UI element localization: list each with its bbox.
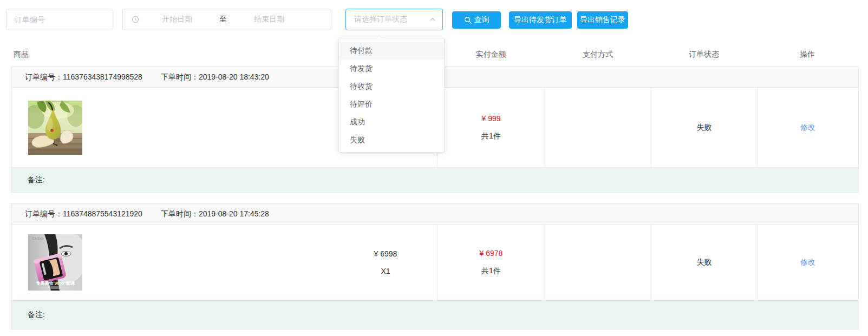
export-pending-orders-button[interactable]: 导出待发货订单 xyxy=(509,11,572,29)
paid-amount-value: ¥ 6978 xyxy=(480,249,503,258)
start-date-placeholder[interactable]: 开始日期 xyxy=(139,15,215,24)
export-pending-orders-label: 导出待发货订单 xyxy=(514,15,567,25)
search-button-label: 查询 xyxy=(474,15,490,25)
dropdown-option-pending-review[interactable]: 待评价 xyxy=(339,95,444,113)
search-button[interactable]: 查询 xyxy=(452,11,501,29)
export-sales-records-button[interactable]: 导出销售记录 xyxy=(577,11,628,29)
action-cell: 修改 xyxy=(757,225,858,300)
order-number-value: 1163748875543121920 xyxy=(63,209,142,218)
export-sales-records-label: 导出销售记录 xyxy=(580,15,625,25)
clock-icon xyxy=(132,16,139,23)
order-status-select[interactable]: 请选择订单状态 xyxy=(345,9,443,30)
order-block: 订单编号：1163748875543121920 下单时间：2019-08-20… xyxy=(11,203,859,330)
order-status-value: 失败 xyxy=(697,258,712,267)
column-header-payment-method: 支付方式 xyxy=(545,50,651,60)
column-header-action: 操作 xyxy=(757,50,858,60)
quantity: X1 xyxy=(361,267,410,275)
order-management-page: 开始日期 至 结束日期 请选择订单状态 查询 导出待发货订单 导出销售记录 商品… xyxy=(0,0,868,336)
date-range-separator: 至 xyxy=(215,15,231,24)
dropdown-option-pending-receipt[interactable]: 待收货 xyxy=(339,77,444,95)
modify-link[interactable]: 修改 xyxy=(800,123,815,133)
order-number-input[interactable] xyxy=(6,9,113,30)
status-select-placeholder: 请选择订单状态 xyxy=(354,15,407,24)
column-header-order-status: 订单状态 xyxy=(651,50,757,60)
payment-method-cell xyxy=(545,88,651,167)
product-image-pear xyxy=(28,101,82,155)
order-status-cell: 失败 xyxy=(651,225,757,300)
chevron-up-icon xyxy=(429,16,436,23)
order-status-cell: 失败 xyxy=(651,88,757,167)
order-product-row: CASIO 专属美妆 9000°微调 ¥ 6998 X1 ¥ 6978 共1件 xyxy=(11,225,858,300)
remark-row: 备注: xyxy=(11,167,858,192)
paid-amount-cell: ¥ 999 共1件 xyxy=(437,88,545,167)
dropdown-option-pending-payment[interactable]: 待付款 xyxy=(339,42,444,60)
order-time-value: 2019-08-20 17:45:28 xyxy=(199,209,269,218)
order-time-value: 2019-08-20 18:43:20 xyxy=(199,73,269,81)
modify-link[interactable]: 修改 xyxy=(800,258,815,267)
unit-price: ¥ 6998 xyxy=(361,249,410,258)
remark-row: 备注: xyxy=(11,300,858,329)
order-number-label: 订单编号： xyxy=(25,209,63,218)
product-image-brand-text: CASIO xyxy=(32,237,44,240)
goods-cell: CASIO 专属美妆 9000°微调 ¥ 6998 X1 xyxy=(11,225,437,300)
product-image-caption-text: 专属美妆 9000°微调 xyxy=(35,280,74,286)
dropdown-option-failed[interactable]: 失败 xyxy=(339,131,444,149)
order-header-bar: 订单编号：1163748875543121920 下单时间：2019-08-20… xyxy=(11,204,858,225)
column-header-goods: 商品 xyxy=(14,50,29,60)
end-date-placeholder[interactable]: 结束日期 xyxy=(231,15,307,24)
dropdown-option-pending-shipment[interactable]: 待发货 xyxy=(339,60,444,77)
product-image-casio-camera: CASIO 专属美妆 9000°微调 xyxy=(28,234,82,291)
order-status-value: 失败 xyxy=(697,123,712,133)
column-header-paid-amount: 实付金额 xyxy=(437,50,545,60)
order-time-label: 下单时间： xyxy=(161,73,199,81)
status-dropdown-popup: 待付款 待发货 待收货 待评价 成功 失败 xyxy=(338,38,445,153)
order-number-label: 订单编号： xyxy=(25,73,63,81)
order-number-value: 1163763438174998528 xyxy=(63,73,142,81)
date-range-picker[interactable]: 开始日期 至 结束日期 xyxy=(122,9,331,30)
remark-label: 备注: xyxy=(28,310,45,320)
payment-method-cell xyxy=(545,225,651,300)
paid-amount-cell: ¥ 6978 共1件 xyxy=(437,225,545,300)
action-cell: 修改 xyxy=(757,88,858,167)
dropdown-option-success[interactable]: 成功 xyxy=(339,113,444,131)
search-icon xyxy=(464,16,472,24)
order-time-label: 下单时间： xyxy=(161,209,199,218)
piece-count: 共1件 xyxy=(481,131,501,141)
piece-count: 共1件 xyxy=(481,266,501,276)
remark-label: 备注: xyxy=(28,175,45,185)
paid-amount-value: ¥ 999 xyxy=(481,114,500,123)
